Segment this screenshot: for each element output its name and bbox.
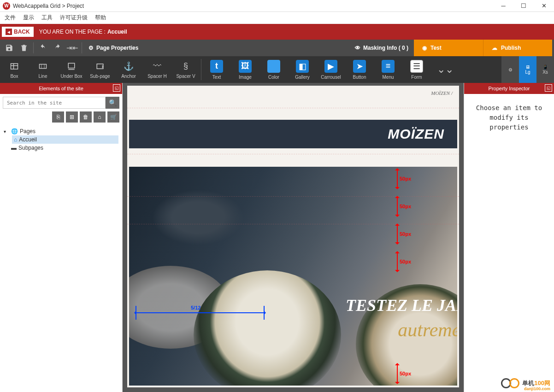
action-bar: ⇥⇤ ⚙ Page Properties 👁 Masking Info ( 0 … (0, 40, 554, 56)
gear-icon: ⚙ (508, 67, 513, 72)
collapse-button[interactable]: ⇥⇤ (65, 41, 80, 54)
tool-spacer-h[interactable]: 〰Spacer H (143, 56, 171, 83)
spacer-h-icon: 〰 (152, 61, 163, 72)
save-button[interactable] (2, 41, 17, 54)
menu-file[interactable]: 文件 (5, 14, 16, 22)
elements-panel-title: Elements of the site (39, 86, 83, 91)
tool-line[interactable]: Line (29, 56, 57, 83)
canvas[interactable]: MOÏZEN / MOÏZEN TESTEZ LE JAP autrement … (123, 83, 464, 392)
titlebar: W WebAcappella Grid > Project ─ ☐ ✕ (0, 0, 554, 12)
page-bar: ◄ BACK YOU ARE ON THE PAGE :Accueil (0, 24, 554, 40)
desktop-icon: 🖥 (525, 64, 530, 70)
menu-tools[interactable]: 工具 (41, 14, 53, 22)
spacer-v-icon: § (180, 61, 191, 72)
delete-page-button[interactable]: 🗑 (80, 111, 92, 123)
back-button[interactable]: ◄ BACK (2, 27, 34, 37)
elements-panel: Elements of the site ◱ 🔍 ⎘ ⊞ 🗑 ⌂ 🛒 ▾🌐Pag… (0, 83, 123, 392)
test-button[interactable]: ◉ Test (414, 40, 483, 56)
back-arrow-icon: ◄ (6, 29, 12, 35)
menu-license[interactable]: 许可证升级 (60, 14, 88, 22)
color-icon (267, 60, 280, 73)
delete-button[interactable] (17, 41, 31, 54)
svg-rect-8 (97, 64, 103, 69)
v-measure-4: 50px (397, 252, 411, 271)
home-page-button[interactable]: ⌂ (94, 111, 106, 123)
text-icon: t (210, 60, 223, 73)
publish-label: Publish (501, 45, 521, 51)
svg-rect-6 (68, 63, 75, 68)
menu-view[interactable]: 显示 (23, 14, 34, 22)
menu-help[interactable]: 帮助 (95, 14, 106, 22)
viewport-xs-button[interactable]: 📱Xs (536, 56, 554, 83)
element-toolbar: Box Line Under Box Sub-page ⚓Anchor 〰Spa… (0, 56, 554, 83)
v-measure-1: 50px (397, 170, 411, 188)
search-button[interactable]: 🔍 (106, 97, 119, 109)
tree-pages-node[interactable]: ▾🌐Pages (4, 127, 118, 135)
anchor-icon: ⚓ (123, 61, 134, 72)
tool-box[interactable]: Box (0, 56, 29, 83)
close-button[interactable]: ✕ (534, 0, 554, 12)
globe-icon: 🌐 (11, 128, 18, 135)
viewport-lg-button[interactable]: 🖥Lg (519, 56, 536, 83)
hero-section[interactable]: TESTEZ LE JAP autrement 50px 50px 50px 5… (129, 167, 457, 386)
page-properties-button[interactable]: ⚙ Page Properties (84, 45, 143, 51)
tool-anchor[interactable]: ⚓Anchor (114, 56, 143, 83)
home-icon: ⌂ (14, 136, 17, 143)
menubar: 文件 显示 工具 许可证升级 帮助 (0, 12, 554, 24)
subpage-icon (94, 61, 106, 72)
header-band[interactable]: MOÏZEN (129, 120, 457, 148)
line-icon (37, 61, 48, 72)
redo-button[interactable] (50, 41, 65, 54)
publish-button[interactable]: ☁ Publish (483, 40, 552, 56)
popout-icon[interactable]: ◱ (545, 84, 552, 92)
tool-carrousel[interactable]: ▶Carrousel (317, 56, 345, 83)
add-page-button[interactable]: ⎘ (52, 111, 64, 123)
tool-image[interactable]: 🖼Image (231, 56, 259, 83)
tool-subpage[interactable]: Sub-page (86, 56, 114, 83)
folder-icon: ▬ (11, 145, 17, 151)
minimize-button[interactable]: ─ (493, 0, 513, 12)
tree-subpages-node[interactable]: ▬Subpages (4, 144, 118, 152)
add-folder-button[interactable]: ⊞ (66, 111, 78, 123)
watermark-logo-icon (501, 377, 519, 389)
tool-form[interactable]: ☰Form (402, 56, 431, 83)
hero-bg-shape (152, 190, 244, 245)
breadcrumb: MOÏZEN / (431, 90, 453, 96)
cart-button[interactable]: 🛒 (107, 111, 119, 123)
property-panel-header: Property Inspector ◱ (464, 83, 554, 94)
page-preview[interactable]: MOÏZEN / MOÏZEN TESTEZ LE JAP autrement … (127, 86, 459, 387)
v-measure-3: 50px (397, 225, 411, 243)
button-icon: ➤ (353, 60, 366, 73)
elements-panel-header: Elements of the site ◱ (0, 83, 122, 94)
tool-underbox[interactable]: Under Box (57, 56, 86, 83)
hero-title: TESTEZ LE JAP (346, 296, 457, 315)
tool-menu[interactable]: ≡Menu (374, 56, 402, 83)
tool-gallery[interactable]: ◧Gallery (288, 56, 317, 83)
chevron-down-icon: ⌄⌄ (440, 64, 451, 75)
undo-button[interactable] (35, 41, 50, 54)
property-panel: Property Inspector ◱ Choose an item to m… (464, 83, 554, 392)
eye-test-icon: ◉ (422, 45, 427, 51)
svg-rect-3 (40, 64, 47, 68)
settings-viewport-button[interactable]: ⚙ (501, 56, 519, 83)
form-icon: ☰ (410, 60, 423, 73)
window-title: WebAcappella Grid > Project (13, 3, 84, 9)
tool-button[interactable]: ➤Button (345, 56, 374, 83)
tool-text[interactable]: tText (202, 56, 231, 83)
tree-accueil-node[interactable]: ⌂Accueil (12, 135, 118, 144)
app-logo-icon: W (3, 2, 10, 10)
masking-info[interactable]: 👁 Masking Info ( 0 ) (349, 45, 414, 51)
popout-icon[interactable]: ◱ (113, 84, 120, 92)
maximize-button[interactable]: ☐ (513, 0, 534, 12)
current-page-label: YOU ARE ON THE PAGE :Accueil (39, 29, 127, 35)
brand-logo: MOÏZEN (388, 126, 444, 142)
tool-color[interactable]: Color (259, 56, 288, 83)
svg-rect-0 (11, 64, 18, 69)
gear-icon: ⚙ (88, 45, 94, 51)
box-icon (9, 61, 20, 72)
search-input[interactable] (3, 97, 106, 109)
v-measure-5: 50px (397, 364, 411, 383)
tool-more[interactable]: ⌄⌄ (431, 56, 460, 83)
tool-spacer-v[interactable]: §Spacer V (171, 56, 200, 83)
test-label: Test (430, 45, 442, 51)
